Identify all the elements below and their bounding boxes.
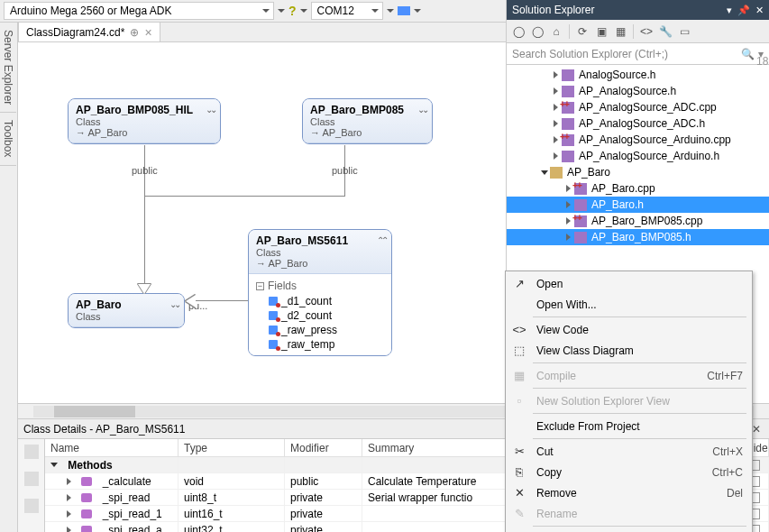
menu-item[interactable]: Exclude From Project: [508, 416, 750, 436]
board-dropdown[interactable]: Arduino Mega 2560 or Mega ADK: [4, 2, 274, 20]
class-box-bmp085[interactable]: AP_Baro_BMP085 Class → AP_Baro ⌄⌄: [302, 98, 433, 144]
col-modifier[interactable]: Modifier: [285, 439, 362, 457]
fields-section[interactable]: −Fields: [256, 278, 384, 294]
tree-item[interactable]: AP_Baro.cpp: [507, 180, 769, 197]
tree-item-label: AP_Baro: [567, 166, 610, 179]
tree-chevron-icon[interactable]: [554, 152, 558, 160]
solution-explorer-toolbar: ◯ ◯ ⌂ ⟳ ▣ ▦ <> 🔧 ▭: [507, 20, 769, 43]
code-icon[interactable]: <>: [638, 23, 655, 40]
margin-icon[interactable]: [24, 499, 39, 513]
class-parent: → AP_Baro: [310, 127, 425, 138]
field-item[interactable]: _raw_press: [256, 323, 384, 337]
scroll-thumb[interactable]: [54, 406, 135, 417]
tree-chevron-icon[interactable]: [566, 234, 571, 241]
dropdown-icon[interactable]: ▾: [727, 5, 732, 16]
tree-chevron-icon[interactable]: [541, 170, 548, 175]
chevron-right-icon: [67, 510, 71, 518]
forward-icon[interactable]: ◯: [529, 23, 545, 40]
close-icon[interactable]: ✕: [755, 5, 764, 16]
solution-tree[interactable]: AnalogSource.hAP_AnalogSource.hAP_Analog…: [507, 65, 769, 245]
field-item[interactable]: _d2_count: [256, 308, 384, 323]
menu-item: ▫New Solution Explorer View: [508, 390, 750, 411]
method-icon: [81, 526, 92, 533]
menu-item[interactable]: ⬚View Class Diagram: [508, 340, 750, 361]
menu-item[interactable]: <>View Code: [508, 319, 750, 340]
tree-chevron-icon[interactable]: [554, 136, 558, 143]
menu-item-label: Open With...: [536, 298, 734, 311]
tree-chevron-icon[interactable]: [554, 87, 558, 95]
menu-item[interactable]: ✂CutCtrl+X: [508, 441, 750, 462]
tree-item[interactable]: AP_Baro_BMP085.h: [507, 229, 769, 245]
class-box-bmp085-hil[interactable]: AP_Baro_BMP085_HIL Class → AP_Baro ⌄⌄: [68, 98, 221, 144]
properties-icon[interactable]: 🔧: [657, 23, 673, 40]
class-name: AP_Baro_BMP085: [310, 104, 425, 116]
tree-item[interactable]: AP_AnalogSource_ADC.cpp: [507, 99, 769, 115]
chevron-down-icon[interactable]: [387, 9, 394, 13]
side-tab-toolbox[interactable]: Toolbox: [0, 113, 16, 165]
show-all-icon[interactable]: ▦: [612, 23, 628, 40]
menu-item[interactable]: ✕RemoveDel: [508, 482, 750, 503]
tree-chevron-icon[interactable]: [566, 185, 571, 192]
col-name[interactable]: Name: [45, 439, 179, 457]
tree-item[interactable]: AP_Baro.h: [507, 197, 769, 213]
tree-item[interactable]: AP_AnalogSource_Arduino.h: [507, 148, 769, 164]
margin-icon[interactable]: [24, 445, 39, 459]
class-box-ms5611[interactable]: AP_Baro_MS5611 Class → AP_Baro ⌃⌃ −Field…: [248, 229, 392, 356]
menu-item-icon: ⬚: [511, 344, 527, 357]
help-icon[interactable]: ?: [288, 4, 297, 18]
tree-item[interactable]: AP_Baro_BMP085.cpp: [507, 213, 769, 229]
pin-icon[interactable]: 📌: [737, 5, 750, 16]
tree-chevron-icon[interactable]: [566, 217, 571, 225]
collapse-icon[interactable]: ▣: [593, 23, 609, 40]
file-icon: [574, 199, 587, 211]
close-icon[interactable]: ×: [144, 25, 151, 40]
side-tab-server-explorer[interactable]: Server Explorer: [0, 23, 16, 113]
col-type[interactable]: Type: [179, 439, 285, 457]
tree-item[interactable]: AP_Baro: [507, 164, 769, 180]
tree-item[interactable]: AnalogSource.h: [507, 67, 769, 83]
refresh-icon[interactable]: ⟳: [574, 23, 590, 40]
tree-chevron-icon[interactable]: [554, 104, 558, 111]
search-icon[interactable]: 🔍: [741, 48, 755, 60]
tab-classdiagram[interactable]: ClassDiagram24.cd* ⊕ ×: [18, 22, 160, 41]
chevron-down-icon[interactable]: [278, 9, 285, 13]
menu-item[interactable]: ⎘CopyCtrl+C: [508, 462, 750, 482]
field-item[interactable]: _d1_count: [256, 294, 384, 308]
class-header: AP_Baro Class ⌄⌄: [69, 294, 184, 327]
home-icon[interactable]: ⌂: [548, 23, 564, 40]
expand-chevrons-icon[interactable]: ⌄⌄: [206, 105, 215, 115]
menu-item-label: Rename: [536, 508, 734, 520]
menu-item-icon: ▦: [511, 369, 527, 382]
field-icon: [269, 340, 278, 349]
chevron-down-icon: [371, 9, 379, 13]
context-menu[interactable]: ↗OpenOpen With...<>View Code⬚View Class …: [505, 271, 753, 532]
tree-chevron-icon[interactable]: [554, 120, 558, 127]
menu-item[interactable]: ↗Open: [508, 273, 750, 294]
tree-item[interactable]: AP_AnalogSource_Arduino.cpp: [507, 132, 769, 148]
field-item[interactable]: _raw_temp: [256, 337, 384, 352]
preview-icon[interactable]: ▭: [676, 23, 692, 40]
chevron-down-icon[interactable]: [300, 9, 307, 13]
menu-separator: [533, 362, 746, 363]
file-icon: [562, 69, 574, 81]
tree-chevron-icon[interactable]: [566, 201, 571, 208]
class-box-ap-baro[interactable]: AP_Baro Class ⌄⌄: [68, 293, 185, 328]
chip-icon[interactable]: [398, 6, 410, 15]
collapse-chevrons-icon[interactable]: ⌃⌃: [377, 235, 386, 245]
class-body: −Fields _d1_count _d2_count _raw_press _…: [249, 274, 391, 355]
menu-item[interactable]: 🔧PropertiesAlt+Enter: [508, 528, 750, 532]
tree-item-label: AP_AnalogSource_Arduino.cpp: [579, 133, 731, 146]
margin-icon[interactable]: [24, 472, 39, 486]
chevron-down-icon[interactable]: [414, 9, 421, 13]
expand-chevrons-icon[interactable]: ⌄⌄: [417, 105, 426, 115]
port-dropdown[interactable]: COM12: [311, 2, 383, 20]
menu-item[interactable]: Open With...: [508, 294, 750, 315]
tree-item[interactable]: AP_AnalogSource.h: [507, 83, 769, 99]
tree-chevron-icon[interactable]: [554, 71, 558, 78]
tree-item[interactable]: AP_AnalogSource_ADC.h: [507, 115, 769, 132]
expand-chevrons-icon[interactable]: ⌄⌄: [169, 299, 179, 309]
solution-search-box[interactable]: Search Solution Explorer (Ctrl+;) 🔍 ▾: [507, 43, 769, 65]
pin-icon[interactable]: ⊕: [130, 26, 139, 39]
back-icon[interactable]: ◯: [510, 23, 526, 40]
class-name: AP_Baro_BMP085_HIL: [76, 104, 213, 116]
